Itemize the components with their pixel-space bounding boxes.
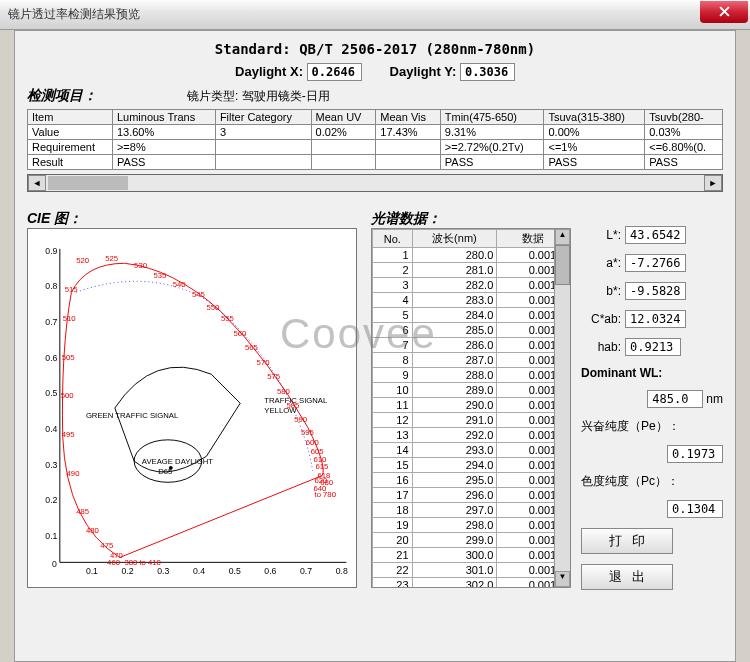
list-item[interactable]: 22301.00.001% [373,563,570,578]
daylight-row: Daylight X: 0.2646 Daylight Y: 0.3036 [27,63,723,81]
svg-text:530: 530 [134,261,147,270]
svg-text:495: 495 [62,430,75,439]
svg-text:535: 535 [153,271,166,280]
scroll-thumb[interactable] [48,176,128,190]
svg-text:560: 560 [233,329,246,338]
table-header: Filter Category [215,110,311,125]
svg-text:600: 600 [306,438,319,447]
list-item[interactable]: 1280.00.001% [373,248,570,263]
cie-chart: 0.90.80.70.60.50.40.30.20.10 0.10.20.30.… [27,228,357,588]
svg-text:0.7: 0.7 [300,566,312,576]
svg-text:0.3: 0.3 [45,460,57,470]
scroll-left-icon[interactable]: ◄ [28,175,46,191]
svg-text:555: 555 [221,314,234,323]
svg-text:490: 490 [67,469,80,478]
svg-text:525: 525 [105,254,118,263]
svg-text:485: 485 [76,507,89,516]
svg-text:0.4: 0.4 [193,566,205,576]
list-item[interactable]: 10289.00.001% [373,383,570,398]
list-item[interactable]: 4283.00.001% [373,293,570,308]
table-header: Tsuvb(280- [645,110,723,125]
list-item[interactable]: 19298.00.001% [373,518,570,533]
spectrum-table[interactable]: No.波长(nm)数据1280.00.001%2281.00.001%3282.… [371,228,571,588]
list-item[interactable]: 3282.00.001% [373,278,570,293]
h-scrollbar[interactable]: ◄ ► [27,174,723,192]
list-item[interactable]: 17296.00.001% [373,488,570,503]
cie-label: CIE 图： [27,210,357,228]
svg-text:0.8: 0.8 [45,281,57,291]
svg-text:0.6: 0.6 [264,566,276,576]
svg-text:595: 595 [301,428,314,437]
L-input[interactable]: 43.6542 [625,226,686,244]
list-item[interactable]: 12291.00.001% [373,413,570,428]
svg-text:545: 545 [192,290,205,299]
scroll-up-icon[interactable]: ▲ [555,229,570,245]
svg-text:0.2: 0.2 [122,566,134,576]
table-header: Mean UV [311,110,376,125]
svg-text:520: 520 [76,256,89,265]
list-item[interactable]: 7286.00.001% [373,338,570,353]
table-row: Value13.60%30.02%17.43%9.31%0.00%0.03% [28,125,723,140]
list-item[interactable]: 8287.00.001% [373,353,570,368]
list-item[interactable]: 14293.00.001% [373,443,570,458]
list-item[interactable]: 16295.00.001% [373,473,570,488]
svg-text:460: 460 [107,558,120,567]
daylight-y-input[interactable]: 0.3036 [460,63,515,81]
svg-text:505: 505 [62,353,75,362]
pe-input[interactable]: 0.1973 [667,445,723,463]
list-item[interactable]: 5284.00.001% [373,308,570,323]
window-title: 镜片透过率检测结果预览 [8,6,140,23]
svg-text:615: 615 [315,462,328,471]
daylight-x-input[interactable]: 0.2646 [307,63,362,81]
a-input[interactable]: -7.2766 [625,254,686,272]
list-item[interactable]: 13292.00.001% [373,428,570,443]
list-item[interactable]: 21300.00.001% [373,548,570,563]
svg-text:565: 565 [245,343,258,352]
table-header: Tmin(475-650) [440,110,544,125]
spec-label: 光谱数据： [371,210,571,228]
Cab-input[interactable]: 12.0324 [625,310,686,328]
hab-input[interactable]: 0.9213 [625,338,681,356]
svg-text:0.3: 0.3 [157,566,169,576]
svg-text:0.1: 0.1 [45,531,57,541]
svg-text:380 to 410: 380 to 410 [124,558,160,567]
svg-text:575: 575 [267,372,280,381]
svg-text:to 780: to 780 [315,490,336,499]
v-scrollbar[interactable]: ▲ ▼ [554,229,570,587]
list-item[interactable]: 20299.00.001% [373,533,570,548]
svg-text:540: 540 [173,280,186,289]
list-item[interactable]: 18297.00.001% [373,503,570,518]
scroll-down-icon[interactable]: ▼ [555,571,570,587]
section-items-label: 检测项目： [27,87,97,105]
svg-text:0.7: 0.7 [45,317,57,327]
svg-text:TRAFFIC SIGNAL: TRAFFIC SIGNAL [264,396,328,405]
scroll-right-icon[interactable]: ► [704,175,722,191]
list-item[interactable]: 9288.00.001% [373,368,570,383]
list-item[interactable]: 15294.00.001% [373,458,570,473]
svg-text:580: 580 [277,387,290,396]
close-icon [719,6,730,17]
list-item[interactable]: 6285.00.001% [373,323,570,338]
scroll-thumb-v[interactable] [555,245,570,285]
standard-line: Standard: QB/T 2506-2017 (280nm-780nm) [27,41,723,57]
svg-text:500: 500 [61,391,74,400]
exit-button[interactable]: 退出 [581,564,673,590]
pc-input[interactable]: 0.1304 [667,500,723,518]
svg-text:0.6: 0.6 [45,353,57,363]
svg-text:0.9: 0.9 [45,246,57,256]
b-input[interactable]: -9.5828 [625,282,686,300]
svg-text:0.5: 0.5 [229,566,241,576]
svg-text:AVEAGE DAYLIGHT: AVEAGE DAYLIGHT [142,457,213,466]
main-panel: Standard: QB/T 2506-2017 (280nm-780nm) D… [14,30,736,662]
list-item[interactable]: 11290.00.001% [373,398,570,413]
table-header: Tsuva(315-380) [544,110,645,125]
list-item[interactable]: 23302.00.001% [373,578,570,589]
svg-text:550: 550 [206,303,219,312]
list-item[interactable]: 2281.00.001% [373,263,570,278]
close-button[interactable] [700,1,748,23]
svg-text:YELLOW: YELLOW [264,406,297,415]
svg-point-63 [169,466,173,470]
svg-text:0: 0 [52,559,57,569]
print-button[interactable]: 打印 [581,528,673,554]
dominant-wl-input[interactable]: 485.0 [647,390,703,408]
